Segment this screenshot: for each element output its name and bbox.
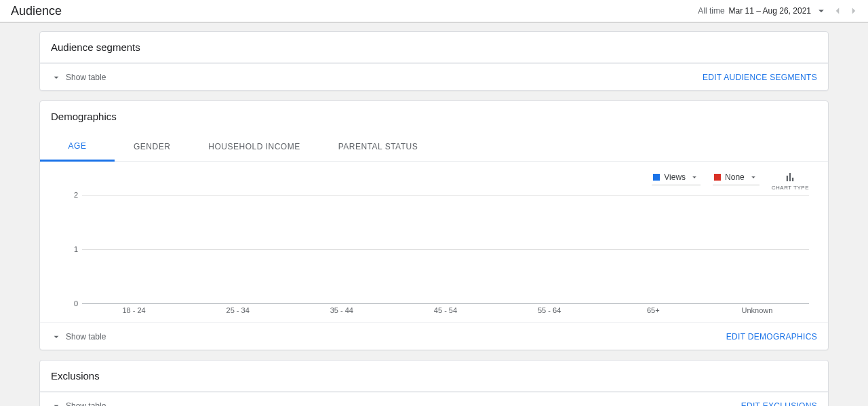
chart-y-tick-label: 1 bbox=[67, 245, 78, 253]
page-header: Audience All time Mar 11 – Aug 26, 2021 bbox=[0, 0, 868, 23]
date-next-button[interactable] bbox=[848, 5, 860, 17]
demographics-card-title: Demographics bbox=[40, 101, 828, 132]
chart-gridline bbox=[82, 249, 809, 250]
tab-age[interactable]: AGE bbox=[40, 132, 115, 162]
tab-gender[interactable]: GENDER bbox=[115, 132, 189, 161]
bar-chart-icon bbox=[784, 171, 796, 183]
chart-x-tick-label: 65+ bbox=[601, 306, 705, 314]
chart-x-tick-label: 18 - 24 bbox=[82, 306, 186, 314]
segments-card-title: Audience segments bbox=[40, 32, 828, 63]
arrow-down-icon bbox=[690, 172, 699, 182]
demographics-show-table-label: Show table bbox=[66, 332, 106, 342]
date-prev-button[interactable] bbox=[831, 5, 844, 17]
chevron-down-icon bbox=[51, 401, 62, 407]
date-range-label: All time bbox=[698, 6, 724, 16]
edit-demographics-link[interactable]: EDIT DEMOGRAPHICS bbox=[726, 332, 817, 342]
segments-show-table-label: Show table bbox=[66, 73, 106, 82]
chart-x-tick-label: 45 - 54 bbox=[393, 306, 497, 314]
exclusions-show-table-label: Show table bbox=[66, 401, 106, 407]
chevron-down-icon bbox=[51, 331, 62, 342]
demographics-card-footer: Show table EDIT DEMOGRAPHICS bbox=[40, 322, 828, 350]
metric-1-label: Views bbox=[664, 172, 686, 182]
tab-household-income[interactable]: HOUSEHOLD INCOME bbox=[189, 132, 319, 161]
metric-2-label: None bbox=[725, 172, 745, 182]
chart-y-tick-label: 2 bbox=[67, 191, 78, 199]
demographics-tabs: AGE GENDER HOUSEHOLD INCOME PARENTAL STA… bbox=[40, 132, 828, 162]
chevron-down-icon bbox=[51, 72, 62, 83]
segments-card-footer: Show table EDIT AUDIENCE SEGMENTS bbox=[40, 63, 828, 90]
content-area: Audience segments Show table EDIT AUDIEN… bbox=[0, 23, 868, 406]
chart-type-label: CHART TYPE bbox=[772, 185, 809, 191]
exclusions-card-title: Exclusions bbox=[40, 361, 828, 392]
demographics-chart: 012 18 - 2425 - 3435 - 4445 - 5455 - 646… bbox=[40, 192, 828, 322]
audience-segments-card: Audience segments Show table EDIT AUDIEN… bbox=[39, 31, 829, 91]
edit-exclusions-link[interactable]: EDIT EXCLUSIONS bbox=[741, 401, 817, 407]
arrow-down-icon bbox=[749, 172, 758, 182]
chart-x-tick-label: 25 - 34 bbox=[186, 306, 290, 314]
chart-gridline bbox=[82, 303, 809, 304]
demographics-show-table-toggle[interactable]: Show table bbox=[51, 331, 106, 342]
chart-x-tick-label: 55 - 64 bbox=[498, 306, 601, 314]
exclusions-card: Exclusions Show table EDIT EXCLUSIONS bbox=[39, 360, 829, 406]
page-title: Audience bbox=[11, 4, 62, 18]
metric-1-swatch-icon bbox=[653, 174, 660, 181]
segments-show-table-toggle[interactable]: Show table bbox=[51, 72, 106, 83]
metric-2-swatch-icon bbox=[714, 174, 721, 181]
metric-1-select[interactable]: Views bbox=[652, 171, 701, 185]
date-range-dropdown-icon[interactable] bbox=[815, 5, 827, 17]
chart-y-tick-label: 0 bbox=[67, 299, 78, 308]
edit-audience-segments-link[interactable]: EDIT AUDIENCE SEGMENTS bbox=[703, 73, 817, 82]
chart-x-tick-label: Unknown bbox=[705, 306, 809, 314]
exclusions-show-table-toggle[interactable]: Show table bbox=[51, 401, 106, 407]
chart-gridline bbox=[82, 195, 809, 196]
exclusions-card-footer: Show table EDIT EXCLUSIONS bbox=[40, 392, 828, 406]
date-range-value: Mar 11 – Aug 26, 2021 bbox=[729, 6, 811, 16]
date-range-area: All time Mar 11 – Aug 26, 2021 bbox=[698, 5, 860, 17]
metric-2-select[interactable]: None bbox=[713, 171, 760, 185]
chart-x-axis: 18 - 2425 - 3435 - 4445 - 5455 - 6465+Un… bbox=[82, 306, 809, 314]
chart-x-tick-label: 35 - 44 bbox=[290, 306, 393, 314]
chart-controls: Views None CHART TYPE bbox=[40, 162, 828, 192]
chart-type-button[interactable]: CHART TYPE bbox=[772, 171, 809, 191]
chart-plot-area: 012 bbox=[82, 195, 809, 303]
tab-parental-status[interactable]: PARENTAL STATUS bbox=[319, 132, 437, 161]
demographics-card: Demographics AGE GENDER HOUSEHOLD INCOME… bbox=[39, 100, 829, 350]
